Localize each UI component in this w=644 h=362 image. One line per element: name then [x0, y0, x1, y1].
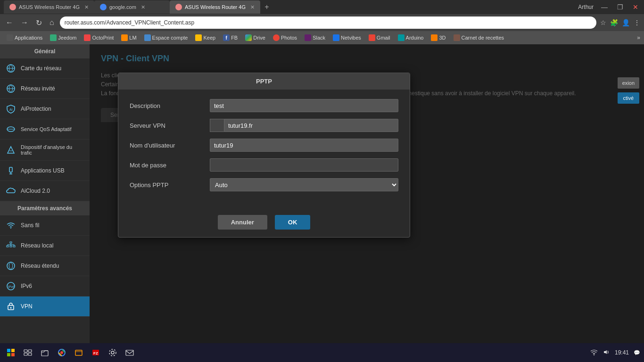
taskview-button[interactable]: [21, 346, 35, 360]
email-button[interactable]: [123, 346, 137, 360]
pptp-options-select[interactable]: Auto MPPE 40 MPPE 128 Aucun: [210, 178, 398, 191]
bookmark-star-icon[interactable]: ☆: [600, 19, 606, 26]
svg-point-25: [10, 307, 12, 309]
svg-rect-27: [11, 349, 15, 352]
password-input[interactable]: [210, 158, 398, 172]
ok-button[interactable]: OK: [275, 215, 311, 230]
sidebar-wifi-label: Sans fil: [21, 222, 39, 229]
close-button[interactable]: ✕: [631, 3, 640, 11]
sidebar-item-wifi[interactable]: Sans fil: [0, 215, 90, 236]
pptp-options-row: Options PPTP Auto MPPE 40 MPPE 128 Aucun: [130, 178, 398, 191]
bookmark-carnet[interactable]: Carnet de recettes: [451, 33, 507, 42]
lan-icon: [6, 240, 16, 251]
nav-bar: ← → ↻ ⌂ router.asus.com/Advanced_VPNClie…: [0, 14, 644, 31]
pptp-options-label: Options PPTP: [130, 181, 205, 189]
bookmark-applications-label: Applications: [15, 35, 42, 41]
svg-rect-28: [7, 353, 10, 356]
bookmark-gmail-label: Gmail: [377, 35, 390, 41]
bookmark-gmail[interactable]: Gmail: [366, 33, 393, 42]
svg-rect-12: [10, 242, 12, 243]
sidebar-carte-reseau-label: Carte du réseau: [21, 65, 61, 72]
bookmark-arduino[interactable]: Arduino: [395, 33, 427, 42]
active-button[interactable]: ctivé: [618, 92, 639, 104]
tab-3-close[interactable]: ✕: [250, 4, 255, 10]
forward-button[interactable]: →: [19, 18, 30, 27]
sidebar-item-traffic[interactable]: Dispositif d'analyse du trafic: [0, 140, 90, 161]
bookmark-netvibes[interactable]: Netvibes: [330, 33, 364, 42]
back-button[interactable]: ←: [4, 18, 15, 27]
username-input[interactable]: [210, 139, 398, 152]
sidebar-usb-label: Applications USB: [21, 167, 65, 174]
3d-bookmark-icon: [431, 34, 438, 41]
serveur-vpn-input[interactable]: [224, 119, 398, 132]
bookmark-photos[interactable]: Photos: [270, 33, 300, 42]
start-button[interactable]: [4, 346, 18, 360]
bookmark-drive[interactable]: Drive: [242, 33, 268, 42]
guest-network-icon: [6, 83, 16, 94]
settings-icon[interactable]: ⋮: [634, 19, 640, 26]
sidebar-aicloud-label: AiCloud 2.0: [21, 188, 50, 194]
tab-2-close[interactable]: ✕: [141, 4, 145, 10]
sidebar-item-wan[interactable]: Réseau étendu: [0, 256, 90, 276]
svg-rect-37: [75, 350, 82, 355]
bookmark-slack[interactable]: Slack: [302, 33, 328, 42]
sidebar-item-usb[interactable]: Applications USB: [0, 161, 90, 181]
explorer-button[interactable]: [38, 346, 52, 360]
svg-rect-34: [41, 351, 48, 356]
bookmark-fb-label: FB: [231, 35, 238, 41]
bookmark-keep[interactable]: Keep: [192, 33, 218, 42]
bookmark-jeedom[interactable]: Jeedom: [47, 33, 79, 42]
sidebar-item-aiprotection[interactable]: AI AiProtection: [0, 99, 90, 119]
bookmark-applications[interactable]: Applications: [4, 33, 45, 42]
octoprint-bookmark-icon: [84, 34, 91, 41]
slack-bookmark-icon: [305, 34, 311, 41]
main-content: VPN - Client VPN Les clients VPN sont so…: [90, 44, 644, 362]
serveur-vpn-row: Serveur VPN: [130, 119, 398, 132]
bookmark-octoprint[interactable]: OctoPrint: [81, 33, 116, 42]
minimize-button[interactable]: —: [599, 3, 610, 11]
browser-tab-3[interactable]: ASUS Wireless Router 4G ✕: [170, 0, 260, 14]
sidebar-item-carte-reseau[interactable]: Carte du réseau: [0, 58, 90, 79]
reload-button[interactable]: ↻: [34, 18, 44, 27]
profile-icon[interactable]: 👤: [622, 19, 630, 26]
page-content: Général Carte du réseau Réseau invité AI…: [0, 44, 644, 362]
address-bar[interactable]: router.asus.com/Advanced_VPNClient_Conte…: [60, 16, 596, 29]
bookmark-3d[interactable]: 3D: [428, 33, 448, 42]
sidebar-advanced-title: Paramètres avancés: [0, 201, 90, 215]
tab-1-close[interactable]: ✕: [84, 4, 89, 10]
filezilla-button[interactable]: FZ: [89, 346, 103, 360]
settings-taskbar-button[interactable]: [106, 346, 120, 360]
file-manager-button[interactable]: [72, 346, 86, 360]
connexion-button[interactable]: exion: [618, 77, 639, 89]
pptp-dialog: PPTP Description Serveur VPN: [118, 73, 410, 238]
window-controls: Arthur — ❐ ✕: [578, 3, 640, 11]
jeedom-bookmark-icon: [50, 34, 57, 41]
chrome-taskbar-button[interactable]: [55, 346, 69, 360]
browser-tab-1[interactable]: ASUS Wireless Router 4G ✕: [4, 0, 94, 14]
sidebar-item-aicloud[interactable]: AiCloud 2.0: [0, 181, 90, 201]
sidebar-item-reseau-invite[interactable]: Réseau invité: [0, 79, 90, 99]
bookmark-espace[interactable]: Espace compte: [141, 33, 191, 42]
svg-point-11: [10, 228, 11, 229]
bookmark-fb[interactable]: f FB: [220, 33, 240, 42]
notification-icon[interactable]: 💬: [634, 350, 640, 356]
bookmark-lm[interactable]: LM: [118, 33, 139, 42]
bookmark-arduino-label: Arduino: [406, 35, 424, 41]
home-button[interactable]: ⌂: [48, 18, 56, 27]
new-tab-button[interactable]: +: [260, 0, 273, 14]
username-row: Nom d'utilisateur: [130, 139, 398, 152]
traffic-icon: [6, 145, 16, 155]
sidebar-item-vpn[interactable]: VPN: [0, 296, 90, 317]
svg-rect-32: [24, 353, 27, 355]
browser-tab-2[interactable]: google.com ✕: [94, 0, 170, 14]
extension-icon[interactable]: 🧩: [610, 19, 618, 26]
bookmarks-more-icon[interactable]: »: [637, 34, 640, 41]
cancel-button[interactable]: Annuler: [218, 215, 267, 230]
sidebar-item-lan[interactable]: Réseau local: [0, 236, 90, 256]
svg-point-40: [111, 351, 114, 354]
svg-rect-31: [28, 350, 32, 352]
sidebar-item-ipv6[interactable]: IPv6 IPv6: [0, 276, 90, 296]
description-input[interactable]: [210, 99, 398, 112]
sidebar-item-qos[interactable]: Service QoS Adaptatif: [0, 119, 90, 140]
maximize-button[interactable]: ❐: [615, 3, 625, 11]
